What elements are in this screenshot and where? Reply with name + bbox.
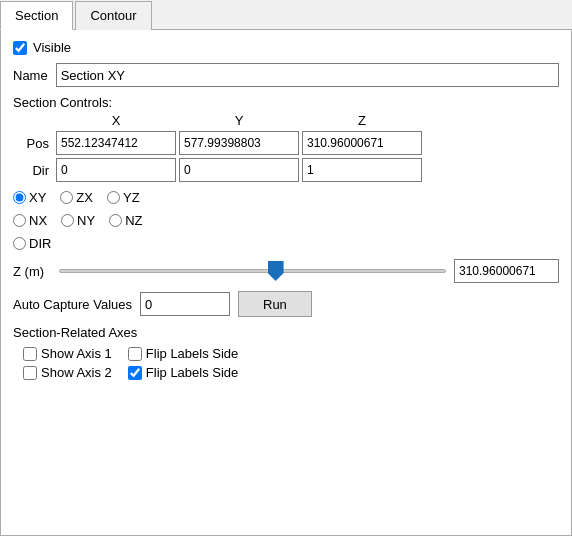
radio-yz[interactable]: YZ [107,190,140,205]
slider-thumb[interactable] [268,261,284,281]
sc-col-z: Z [302,113,422,128]
radio-row-2: NX NY NZ [13,213,559,228]
radio-nz-label: NZ [125,213,142,228]
dir-y-input[interactable] [179,158,299,182]
pos-y-input[interactable] [179,131,299,155]
radio-row-3: DIR [13,236,559,251]
dir-z-input[interactable] [302,158,422,182]
radio-dir-label: DIR [29,236,51,251]
radio-yz-input[interactable] [107,191,120,204]
radio-ny[interactable]: NY [61,213,95,228]
tab-contour[interactable]: Contour [75,1,151,30]
slider-label: Z (m) [13,264,51,279]
sc-header: Section Controls: [13,95,559,110]
show-axis2-label: Show Axis 2 [41,365,112,380]
flip-axis1[interactable]: Flip Labels Side [128,346,239,361]
radio-ny-label: NY [77,213,95,228]
tab-bar: Section Contour [0,0,572,30]
radio-nz[interactable]: NZ [109,213,142,228]
pos-z-input[interactable] [302,131,422,155]
dir-label: Dir [13,163,53,178]
radio-nx-label: NX [29,213,47,228]
visible-checkbox[interactable] [13,41,27,55]
main-panel: Section Contour Visible Name Section Con… [0,0,572,536]
axis2-row: Show Axis 2 Flip Labels Side [13,365,559,380]
radio-row-1: XY ZX YZ [13,190,559,205]
auto-capture-row: Auto Capture Values Run [13,291,559,317]
auto-capture-label: Auto Capture Values [13,297,132,312]
slider-container[interactable] [59,259,446,283]
radio-xy-label: XY [29,190,46,205]
show-axis1[interactable]: Show Axis 1 [23,346,112,361]
name-label: Name [13,68,48,83]
axes-section: Section-Related Axes Show Axis 1 Flip La… [13,325,559,380]
radio-yz-label: YZ [123,190,140,205]
radio-xy-input[interactable] [13,191,26,204]
radio-zx-input[interactable] [60,191,73,204]
visible-label: Visible [33,40,71,55]
slider-track [59,269,446,273]
radio-ny-input[interactable] [61,214,74,227]
slider-value-input[interactable] [454,259,559,283]
radio-zx[interactable]: ZX [60,190,93,205]
section-controls: Section Controls: X Y Z Pos Dir [13,95,559,182]
axis1-row: Show Axis 1 Flip Labels Side [13,346,559,361]
name-row: Name [13,63,559,87]
tab-content: Visible Name Section Controls: X Y Z Pos [0,30,572,536]
show-axis1-checkbox[interactable] [23,347,37,361]
tab-section[interactable]: Section [0,1,73,30]
radio-nx-input[interactable] [13,214,26,227]
sc-col-y: Y [179,113,299,128]
radio-dir-input[interactable] [13,237,26,250]
auto-capture-input[interactable] [140,292,230,316]
dir-x-input[interactable] [56,158,176,182]
show-axis2-checkbox[interactable] [23,366,37,380]
pos-label: Pos [13,136,53,151]
sc-label: Section Controls: [13,95,112,110]
radio-zx-label: ZX [76,190,93,205]
name-input[interactable] [56,63,559,87]
run-button[interactable]: Run [238,291,312,317]
show-axis2[interactable]: Show Axis 2 [23,365,112,380]
axes-title: Section-Related Axes [13,325,559,340]
slider-row: Z (m) [13,259,559,283]
flip-axis1-checkbox[interactable] [128,347,142,361]
pos-x-input[interactable] [56,131,176,155]
radio-dir[interactable]: DIR [13,236,51,251]
radio-nz-input[interactable] [109,214,122,227]
show-axis1-label: Show Axis 1 [41,346,112,361]
visible-row: Visible [13,40,559,55]
flip-axis2-checkbox[interactable] [128,366,142,380]
flip-axis2[interactable]: Flip Labels Side [128,365,239,380]
sc-col-x: X [56,113,176,128]
sc-grid: X Y Z Pos Dir [13,113,559,182]
flip-axis1-label: Flip Labels Side [146,346,239,361]
flip-axis2-label: Flip Labels Side [146,365,239,380]
radio-xy[interactable]: XY [13,190,46,205]
radio-nx[interactable]: NX [13,213,47,228]
